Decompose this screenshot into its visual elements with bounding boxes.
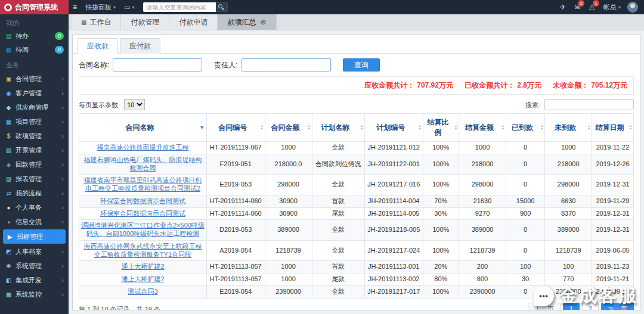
display-menu-button[interactable]: ▭ ▾ (124, 4, 134, 11)
sidebar-section-business: 业务 (0, 57, 69, 71)
sidebar-item[interactable]: ▤待办0 (0, 29, 69, 43)
sidebar-item[interactable]: ◆供应商管理› (0, 100, 69, 114)
app-brand[interactable]: 合同管理系统 (0, 0, 69, 14)
column-header[interactable]: 结算日期▴▾ (592, 114, 634, 142)
sidebar-item[interactable]: ◖信息交流› (0, 214, 69, 229)
table-cell: 298000 (459, 175, 506, 195)
page-button[interactable]: 1 (563, 303, 580, 311)
page-button[interactable]: 2 (582, 303, 599, 311)
chevron-right-icon: › (61, 262, 64, 269)
table-cell: 15000 (506, 195, 545, 207)
contract-link[interactable]: 福建石狮鸿山热电厂煤码头、防浪堤结构检测合同 (83, 156, 202, 172)
table-search-input[interactable] (544, 99, 634, 110)
sidebar-item[interactable]: ◩人事档案› (0, 244, 69, 259)
table-row: 通上大桥扩建2HT-20191113-0571000尾款JH-20191113-… (79, 273, 634, 286)
contract-link[interactable]: 测试合同3 (128, 288, 157, 295)
tab-item[interactable]: ▦工作台 (72, 14, 121, 30)
contract-name-input[interactable] (113, 58, 202, 71)
tab-item[interactable]: 付款管理 (121, 14, 169, 30)
sidebar-item[interactable]: ◉客户管理› (0, 86, 69, 100)
send-icon[interactable]: ✈ (560, 3, 566, 11)
sidebar-item[interactable]: ◈回款管理› (0, 157, 69, 172)
table-cell: 尾款 (312, 273, 364, 286)
column-header[interactable]: 合同编号▴▾ (206, 114, 265, 142)
sidebar-item-label: 开票管理 (16, 146, 42, 155)
tab-item[interactable]: 款项汇总⊗ (218, 14, 276, 30)
subtab[interactable]: 应付款 (120, 38, 160, 54)
column-header[interactable]: 合同金额▴▾ (265, 114, 312, 142)
sidebar-item[interactable]: $款项管理› (0, 129, 69, 143)
table-search-control: 搜索: (525, 99, 634, 110)
sidebar-item-label: 招标管理 (17, 232, 43, 241)
chevron-right-icon: › (61, 147, 64, 154)
close-icon[interactable]: ⊗ (260, 18, 266, 26)
table-cell: JH-20191217-016 (364, 175, 423, 195)
query-button[interactable]: 查询 (343, 58, 380, 71)
table-cell: 218000 (459, 154, 506, 175)
owner-input[interactable] (242, 58, 331, 71)
sidebar-item[interactable]: ▨报表管理› (0, 172, 69, 186)
contract-link[interactable]: 通上大桥扩建2 (121, 275, 164, 282)
sidebar-item[interactable]: ▶招标管理› (3, 229, 66, 244)
chevron-right-icon: › (61, 218, 64, 225)
sidebar-item[interactable]: ▦项目管理› (0, 114, 69, 129)
quick-panel-button[interactable]: 快捷面板 ▾ (85, 3, 116, 12)
table-cell: 全款 (312, 240, 364, 261)
system-icon: ✱ (5, 263, 13, 269)
global-search (143, 2, 228, 12)
menu-toggle-icon[interactable]: ≡ (73, 3, 77, 11)
table-cell: 测试合同3 (79, 285, 207, 298)
contract-link[interactable]: 湄洲湾港兴化港区三江口作业点2×500吨级码头、自卸1000吨级码头水运工程检测 (81, 222, 205, 237)
sidebar-item[interactable]: ▧开票管理› (0, 143, 69, 157)
chevron-right-icon: › (61, 204, 64, 211)
column-header[interactable]: 已到款▴▾ (506, 114, 545, 142)
contract-icon: ▣ (5, 76, 13, 82)
tab-item[interactable]: 付款申请 (169, 14, 218, 30)
table-cell: 2019-06-05 (592, 240, 634, 261)
user-name: 帐总 (603, 3, 617, 12)
contract-link[interactable]: 福泉高速公路路面提升改造工程 (97, 144, 188, 151)
chevron-down-icon: ▾ (113, 5, 116, 10)
search-icon (218, 4, 222, 8)
page-size-select[interactable]: 10 (124, 99, 145, 110)
table-row: 通上大桥扩建2HT-20191113-0571000首款JH-20191113-… (79, 261, 634, 273)
column-header[interactable]: 计划名称▴▾ (312, 114, 364, 142)
table-cell: 全款 (312, 220, 364, 241)
sidebar-item[interactable]: ▥待阅0 (0, 43, 69, 57)
contract-link[interactable]: 环保室合同数据演示合同测试 (100, 210, 185, 217)
sidebar-item-label: 待阅 (16, 45, 29, 54)
alerts-button[interactable]: ⚠1 (589, 3, 595, 11)
column-header[interactable]: 结算比例▴▾ (423, 114, 459, 142)
chevron-right-icon: › (61, 175, 64, 182)
sidebar-item[interactable]: ⇄我的流程› (0, 186, 69, 200)
project-icon: ▦ (5, 119, 13, 125)
page-button[interactable]: 上一页 (528, 303, 561, 311)
table-cell: 1218739 (265, 240, 312, 261)
table-cell: 100% (423, 285, 459, 298)
search-button[interactable] (216, 2, 228, 12)
global-search-input[interactable] (143, 2, 216, 12)
column-header[interactable]: 计划编号▴▾ (364, 114, 423, 142)
contract-link[interactable]: 福建省南平市顺昌至邵武高速公路项目机电工程交工验收质量检测项目合同测试2 (83, 176, 202, 192)
unreceived-total-value: 705.12万元 (591, 81, 627, 89)
messages-button[interactable]: ✉2 (574, 3, 580, 11)
sidebar-item[interactable]: ▩系统监控› (0, 287, 69, 301)
table-cell: D2019-053 (206, 220, 265, 241)
avatar[interactable] (627, 2, 638, 13)
column-header[interactable]: 未到款▴▾ (545, 114, 592, 142)
sidebar-item[interactable]: ✱系统管理› (0, 259, 69, 273)
subtab[interactable]: 应收款 (78, 38, 118, 54)
sidebar-item[interactable]: ●个人事务› (0, 200, 69, 214)
contract-link[interactable]: 通上大桥扩建2 (121, 263, 164, 270)
column-header[interactable]: 合同名称▼ (79, 114, 207, 142)
sidebar-item[interactable]: ▣合同管理› (0, 71, 69, 86)
receivables-table: 合同名称▼合同编号▴▾合同金额▴▾计划名称▴▾计划编号▴▾结算比例▴▾结算金额▴… (79, 113, 634, 299)
user-menu[interactable]: 帐总 ▾ (603, 3, 621, 12)
table-cell: 298000 (265, 175, 312, 195)
table-cell: 30900 (265, 207, 312, 220)
sidebar-item[interactable]: ◧集成开发› (0, 273, 69, 287)
column-header[interactable]: 结算金额▴▾ (459, 114, 506, 142)
contract-link[interactable]: 海西高速公路网永武线永安至上杭段工程交工验收质量检测服务TY1合同段 (83, 243, 202, 258)
page-button[interactable]: 下一页 (601, 303, 634, 311)
contract-link[interactable]: 环保室合同数据演示合同测试 (100, 197, 185, 204)
